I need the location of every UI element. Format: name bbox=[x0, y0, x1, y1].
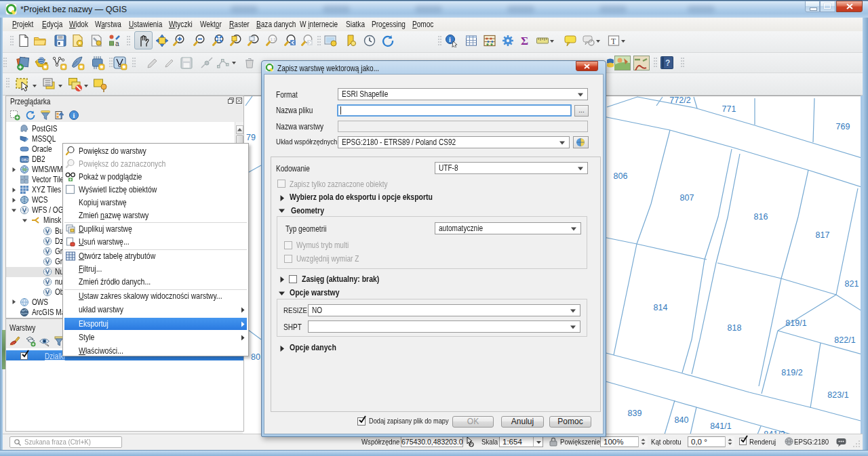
svg-text:817: 817 bbox=[816, 230, 830, 240]
svg-text:819/1: 819/1 bbox=[785, 318, 806, 328]
svg-text:771: 771 bbox=[722, 104, 736, 114]
svg-text:772/2: 772/2 bbox=[669, 96, 690, 105]
svg-text:818: 818 bbox=[728, 323, 742, 333]
svg-text:839: 839 bbox=[628, 409, 642, 418]
svg-text:i: i bbox=[73, 112, 75, 119]
svg-text:807: 807 bbox=[680, 193, 694, 203]
svg-text:823/1: 823/1 bbox=[827, 390, 848, 400]
svg-text:841/1: 841/1 bbox=[710, 421, 731, 431]
svg-text:T: T bbox=[611, 37, 616, 46]
svg-text:79: 79 bbox=[246, 133, 256, 142]
svg-text:806: 806 bbox=[614, 171, 628, 181]
svg-text:821: 821 bbox=[845, 279, 859, 289]
svg-text:DB2: DB2 bbox=[22, 158, 29, 162]
svg-text:819/2: 819/2 bbox=[781, 368, 802, 377]
svg-text:816: 816 bbox=[754, 212, 768, 222]
svg-text:i: i bbox=[449, 36, 451, 43]
svg-text:1:1: 1:1 bbox=[271, 37, 277, 41]
svg-text:814: 814 bbox=[654, 303, 668, 312]
svg-text:769: 769 bbox=[836, 122, 850, 131]
svg-text:a: a bbox=[115, 40, 119, 47]
svg-text:?: ? bbox=[665, 58, 670, 68]
svg-text:840: 840 bbox=[675, 415, 689, 425]
svg-text:Σ: Σ bbox=[521, 35, 528, 47]
svg-text:822/1: 822/1 bbox=[834, 335, 855, 345]
svg-text:80: 80 bbox=[251, 352, 260, 362]
